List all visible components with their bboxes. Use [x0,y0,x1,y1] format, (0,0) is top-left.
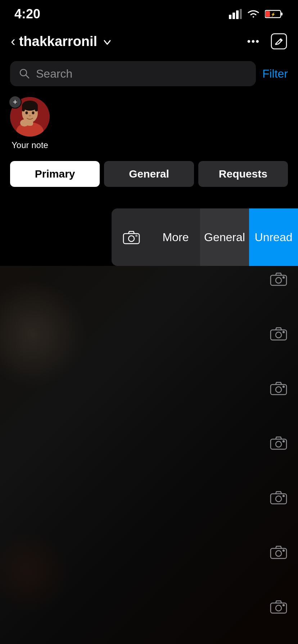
svg-rect-18 [35,104,38,111]
svg-rect-17 [22,104,25,111]
add-note-button[interactable]: + [9,96,22,109]
search-placeholder: Search [36,67,72,80]
back-button[interactable]: ‹ [11,34,15,49]
dropdown-general-button[interactable]: General [200,208,249,266]
svg-rect-1 [232,13,235,19]
svg-rect-8 [271,34,286,49]
svg-point-27 [276,277,281,283]
compose-icon[interactable] [271,33,287,50]
svg-rect-0 [229,15,231,19]
status-time: 4:20 [14,6,40,22]
your-note-label: Your note [12,140,48,150]
svg-point-19 [26,111,28,114]
svg-point-21 [29,115,31,116]
svg-point-25 [136,235,137,236]
svg-rect-2 [236,10,239,19]
svg-point-34 [283,386,284,387]
svg-rect-6 [266,11,270,17]
dropdown-menu: More General Unread [112,208,298,266]
tabs-row: Primary General Requests [0,161,298,187]
filter-button[interactable]: Filter [262,67,288,80]
dropdown-unread-button[interactable]: Unread [249,208,298,266]
svg-text:⚡: ⚡ [271,12,276,17]
camera-icon-5[interactable] [269,488,288,507]
svg-line-10 [26,75,29,78]
svg-point-37 [283,441,284,442]
svg-rect-3 [240,9,242,19]
camera-icon-4[interactable] [269,433,288,452]
tab-general[interactable]: General [104,161,194,187]
svg-point-28 [283,277,284,278]
svg-point-20 [32,111,35,114]
more-options-button[interactable]: ••• [247,36,260,47]
messages-area-bg [0,266,298,644]
your-note-item[interactable]: + [10,97,50,150]
stories-section: + [0,90,298,157]
dropdown-more-button[interactable]: More [151,208,200,266]
search-bar[interactable]: Search [10,61,256,86]
svg-point-39 [276,496,281,502]
svg-point-40 [283,495,284,497]
svg-point-31 [283,331,284,333]
header: ‹ thakkarronil ••• [0,25,298,58]
signal-icon [229,9,242,19]
camera-icon-2[interactable] [269,324,288,343]
header-left: ‹ thakkarronil [11,34,112,49]
tab-requests[interactable]: Requests [198,161,288,187]
status-bar: 4:20 ⚡ [0,0,298,25]
wifi-icon [246,9,261,19]
svg-point-36 [276,441,281,447]
svg-point-42 [276,551,281,556]
chevron-down-icon [103,39,112,46]
search-icon [19,68,30,79]
svg-point-24 [128,236,134,242]
camera-icon-6[interactable] [269,543,288,561]
header-right: ••• [247,33,287,50]
status-icons: ⚡ [229,9,284,19]
svg-point-33 [276,387,281,392]
dropdown-camera-button[interactable] [112,208,151,266]
search-container: Search Filter [0,58,298,90]
camera-icon-3[interactable] [269,379,288,397]
camera-icon-7[interactable] [269,597,288,616]
battery-icon: ⚡ [265,9,284,19]
avatar-wrapper: + [10,97,50,137]
camera-icon-1[interactable] [269,270,288,288]
svg-point-30 [276,332,281,338]
svg-point-46 [283,604,284,606]
tab-primary[interactable]: Primary [10,161,100,187]
svg-point-43 [283,550,284,551]
svg-point-22 [20,119,29,126]
camera-icons-list [269,270,288,616]
svg-point-45 [276,605,281,611]
username-label: thakkarronil [19,34,98,49]
svg-rect-5 [281,13,283,15]
